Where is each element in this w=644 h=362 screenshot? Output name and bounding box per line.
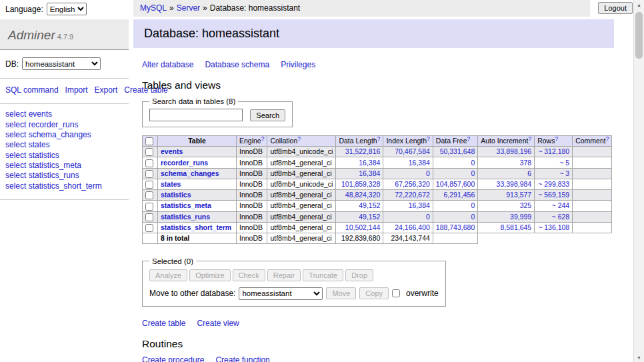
- data-free-link[interactable]: 0: [471, 169, 475, 177]
- rows-link[interactable]: ~ 136,108: [538, 223, 569, 231]
- column-help-link[interactable]: ?: [427, 136, 430, 142]
- data-length-link[interactable]: 101,859,328: [341, 180, 380, 188]
- sidebar-action-link[interactable]: SQL command: [5, 85, 59, 95]
- move-db-select[interactable]: homeassistant: [239, 287, 323, 300]
- sidebar-table-link[interactable]: select states: [5, 140, 123, 150]
- routine-link[interactable]: Create function: [215, 355, 269, 362]
- data-length-link[interactable]: 10,502,144: [345, 223, 381, 231]
- rows-link[interactable]: ~ 244: [552, 201, 570, 209]
- breadcrumb-link-mysql[interactable]: MySQL: [140, 3, 167, 13]
- db-action-link[interactable]: Database schema: [205, 60, 269, 69]
- table-name-link[interactable]: recorder_runs: [161, 159, 208, 167]
- row-select-checkbox[interactable]: [145, 213, 153, 221]
- table-name-link[interactable]: statistics: [161, 191, 191, 199]
- data-free-link[interactable]: 0: [471, 201, 475, 209]
- data-free-link[interactable]: 104,857,600: [436, 180, 475, 188]
- select-all-checkbox[interactable]: [145, 137, 153, 145]
- auto-increment-link[interactable]: 325: [520, 201, 532, 209]
- sidebar-table-link[interactable]: select statistics_runs: [5, 171, 123, 181]
- rows-link[interactable]: ~ 569,159: [538, 191, 569, 199]
- table-name-link[interactable]: states: [161, 180, 181, 188]
- auto-increment-link[interactable]: 8,581,645: [500, 223, 531, 231]
- data-free-link[interactable]: 6,291,456: [444, 191, 475, 199]
- overwrite-checkbox[interactable]: [392, 289, 400, 297]
- row-select-checkbox[interactable]: [145, 191, 153, 199]
- create-link[interactable]: Create view: [197, 319, 239, 328]
- index-length-link[interactable]: 70,467,584: [395, 147, 430, 155]
- data-free-link[interactable]: 50,331,648: [440, 147, 475, 155]
- index-length-link[interactable]: 0: [426, 169, 430, 177]
- sidebar-action-link[interactable]: Import: [65, 85, 88, 95]
- data-length-link[interactable]: 16,384: [359, 159, 380, 167]
- row-select-checkbox[interactable]: [145, 170, 153, 178]
- sidebar-table-link[interactable]: select recorder_runs: [5, 120, 123, 130]
- row-select-checkbox[interactable]: [145, 159, 153, 167]
- auto-increment-link[interactable]: 33,898,196: [497, 147, 532, 155]
- table-name-link[interactable]: statistics_runs: [161, 213, 210, 221]
- index-length-link[interactable]: 0: [426, 213, 430, 221]
- column-help-link[interactable]: ?: [467, 136, 471, 142]
- data-length-link[interactable]: 48,824,320: [345, 191, 381, 199]
- data-length-link[interactable]: 49,152: [359, 201, 380, 209]
- search-button[interactable]: Search: [250, 109, 285, 121]
- vertical-scrollbar[interactable]: ▲ ▼: [633, 0, 644, 362]
- logout-button[interactable]: Logout: [598, 2, 633, 14]
- scroll-up-icon[interactable]: ▲: [634, 0, 644, 9]
- breadcrumb-link-server[interactable]: Server: [177, 3, 200, 13]
- index-length-link[interactable]: 16,384: [409, 159, 430, 167]
- sidebar-table-link[interactable]: select statistics_short_term: [5, 181, 123, 191]
- row-select-checkbox[interactable]: [145, 203, 153, 211]
- table-name-link[interactable]: events: [161, 147, 183, 155]
- auto-increment-link[interactable]: 33,398,984: [497, 180, 532, 188]
- auto-increment-link[interactable]: 378: [520, 159, 532, 167]
- auto-increment-link[interactable]: 6: [527, 169, 531, 177]
- rows-link[interactable]: ~ 312,180: [538, 147, 569, 155]
- analyze-button[interactable]: Analyze: [149, 269, 187, 281]
- scrollbar-thumb[interactable]: [635, 12, 643, 59]
- db-action-link[interactable]: Alter database: [142, 60, 193, 69]
- sidebar-table-link[interactable]: select statistics_meta: [5, 161, 123, 171]
- table-name-link[interactable]: statistics_meta: [161, 201, 211, 209]
- repair-button[interactable]: Repair: [267, 269, 301, 281]
- check-button[interactable]: Check: [233, 269, 265, 281]
- table-name-link[interactable]: schema_changes: [161, 169, 219, 177]
- db-action-link[interactable]: Privileges: [281, 60, 315, 69]
- auto-increment-link[interactable]: 913,577: [506, 191, 531, 199]
- data-length-link[interactable]: 31,522,816: [345, 147, 381, 155]
- row-select-checkbox[interactable]: [145, 224, 153, 232]
- row-select-checkbox[interactable]: [145, 148, 153, 156]
- language-select[interactable]: English: [47, 3, 87, 15]
- search-input[interactable]: [149, 109, 243, 121]
- move-button[interactable]: Move: [326, 287, 356, 299]
- db-select[interactable]: homeassistant: [22, 57, 101, 70]
- column-help-link[interactable]: ?: [377, 136, 381, 142]
- rows-link[interactable]: ~ 299,833: [538, 180, 569, 188]
- rows-link[interactable]: ~ 5: [559, 159, 569, 167]
- column-help-link[interactable]: ?: [528, 136, 531, 142]
- drop-button[interactable]: Drop: [345, 269, 373, 281]
- sidebar-table-link[interactable]: select schema_changes: [5, 130, 123, 140]
- table-name-link[interactable]: statistics_short_term: [161, 223, 231, 231]
- data-length-link[interactable]: 49,152: [359, 213, 380, 221]
- sidebar-table-link[interactable]: select statistics: [5, 151, 123, 161]
- overwrite-label[interactable]: overwrite: [406, 289, 439, 298]
- truncate-button[interactable]: Truncate: [303, 269, 343, 281]
- column-help-link[interactable]: ?: [297, 136, 301, 142]
- rows-link[interactable]: ~ 3: [559, 169, 569, 177]
- column-help-link[interactable]: ?: [606, 136, 609, 142]
- index-length-link[interactable]: 16,384: [409, 201, 430, 209]
- index-length-link[interactable]: 72,220,672: [395, 191, 430, 199]
- column-help-link[interactable]: ?: [555, 136, 558, 142]
- data-length-link[interactable]: 16,384: [359, 169, 380, 177]
- optimize-button[interactable]: Optimize: [189, 269, 230, 281]
- data-free-link[interactable]: 188,743,680: [436, 223, 475, 231]
- copy-button[interactable]: Copy: [359, 287, 389, 299]
- routine-link[interactable]: Create procedure: [142, 355, 204, 362]
- sidebar-table-link[interactable]: select events: [5, 109, 123, 119]
- scroll-down-icon[interactable]: ▼: [634, 353, 644, 362]
- data-free-link[interactable]: 0: [471, 213, 475, 221]
- index-length-link[interactable]: 67,256,320: [395, 180, 430, 188]
- data-free-link[interactable]: 0: [471, 159, 475, 167]
- create-link[interactable]: Create table: [142, 319, 185, 328]
- sidebar-action-link[interactable]: Export: [95, 85, 118, 95]
